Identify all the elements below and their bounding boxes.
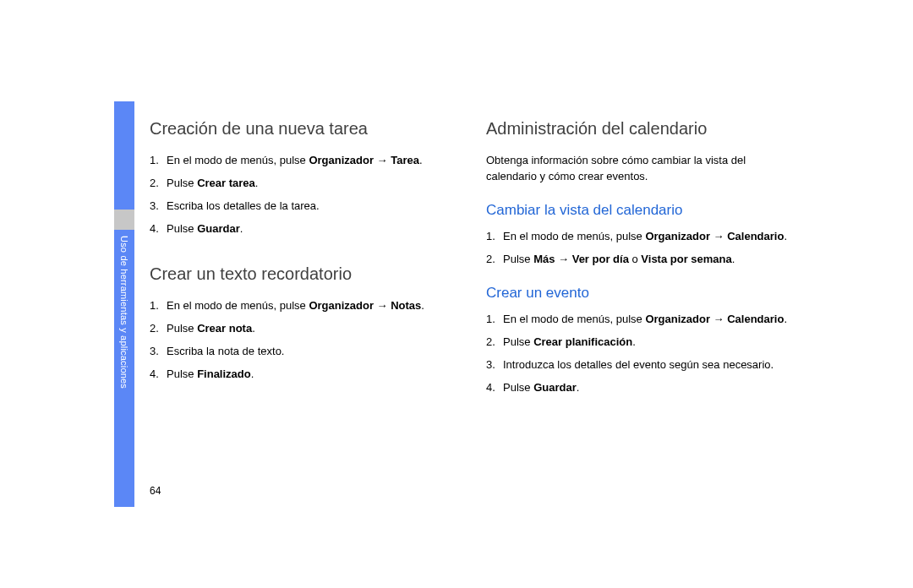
step-item: Escriba los detalles de la tarea. (150, 199, 462, 215)
step-bold: Vista por semana (641, 253, 731, 265)
step-text: . (419, 154, 423, 166)
step-bold: Crear tarea (197, 177, 255, 189)
content-columns: Creación de una nueva tarea En el modo d… (150, 118, 801, 403)
step-item: Pulse Guardar. (150, 221, 462, 237)
step-bold: Organizador (309, 154, 374, 166)
step-text: . (784, 313, 787, 325)
step-text: . (252, 322, 255, 335)
step-item: Pulse Finalizado. (150, 367, 462, 383)
step-text: Pulse (503, 335, 533, 348)
step-text: Escriba los detalles de la tarea. (167, 199, 320, 212)
step-text: En el modo de menús, pulse (503, 313, 645, 325)
steps-create-event: En el modo de menús, pulse Organizador →… (486, 312, 799, 395)
step-item: Pulse Más → Ver por día o Vista por sema… (486, 252, 799, 268)
step-bold: Organizador (309, 299, 374, 312)
subsection-title-change-view: Cambiar la vista del calendario (486, 202, 799, 219)
section-title-create-memo: Crear un texto recordatorio (150, 264, 462, 285)
step-bold: Calendario (727, 313, 784, 325)
step-text: → (374, 154, 391, 166)
step-item: En el modo de menús, pulse Organizador →… (150, 298, 462, 314)
step-text: → (710, 313, 727, 325)
step-bold: Ver por día (572, 253, 629, 265)
step-text: . (240, 222, 243, 235)
steps-create-memo: En el modo de menús, pulse Organizador →… (150, 298, 462, 382)
step-text: En el modo de menús, pulse (503, 230, 645, 242)
step-bold: Crear nota (197, 322, 252, 335)
step-text: . (577, 381, 580, 394)
step-item: Introduzca los detalles del evento según… (486, 357, 799, 373)
steps-create-task: En el modo de menús, pulse Organizador →… (150, 153, 462, 237)
step-bold: Organizador (645, 313, 710, 325)
side-tab-label: Uso de herramientas y aplicaciones (114, 236, 134, 489)
section-title-calendar-admin: Administración del calendario (486, 118, 799, 139)
step-text: . (732, 253, 735, 265)
step-bold: Tarea (391, 154, 419, 166)
step-text: Introduzca los detalles del evento según… (503, 358, 774, 371)
step-item: Escriba la nota de texto. (150, 344, 462, 360)
step-bold: Guardar (197, 222, 240, 235)
right-column: Administración del calendario Obtenga in… (486, 118, 799, 403)
step-text: . (255, 177, 259, 189)
step-text: → (374, 299, 391, 312)
section-title-create-task: Creación de una nueva tarea (150, 118, 462, 139)
step-bold: Más (533, 253, 555, 265)
page-number: 64 (150, 485, 161, 497)
step-item: Pulse Crear planificación. (486, 335, 799, 351)
step-text: En el modo de menús, pulse (167, 299, 309, 312)
step-text: Pulse (167, 177, 197, 189)
step-text: Escriba la nota de texto. (167, 345, 284, 357)
step-text: . (784, 230, 787, 242)
step-item: En el modo de menús, pulse Organizador →… (150, 153, 462, 169)
step-bold: Guardar (533, 381, 577, 394)
step-text: Pulse (503, 381, 533, 394)
calendar-admin-intro: Obtenga información sobre cómo cambiar l… (486, 153, 799, 185)
step-text: → (710, 230, 727, 242)
step-bold: Finalizado (197, 368, 251, 380)
step-text: . (251, 368, 254, 380)
step-item: En el modo de menús, pulse Organizador →… (486, 229, 799, 245)
step-item: Pulse Guardar. (486, 380, 799, 396)
step-text: . (421, 299, 424, 312)
manual-page: Uso de herramientas y aplicaciones Creac… (114, 101, 807, 515)
step-text: Pulse (167, 322, 197, 335)
step-item: En el modo de menús, pulse Organizador →… (486, 312, 799, 328)
steps-change-view: En el modo de menús, pulse Organizador →… (486, 229, 799, 268)
left-column: Creación de una nueva tarea En el modo d… (150, 118, 462, 403)
step-bold: Notas (391, 299, 421, 312)
step-text: → (555, 253, 571, 265)
step-item: Pulse Crear tarea. (150, 176, 462, 192)
step-text: . (632, 335, 636, 348)
subsection-title-create-event: Crear un evento (486, 285, 799, 302)
step-bold: Crear planificación (533, 335, 632, 348)
step-text: Pulse (503, 253, 533, 265)
side-tab-grey (114, 210, 134, 230)
step-text: o (629, 253, 641, 265)
step-text: En el modo de menús, pulse (167, 154, 309, 166)
step-text: Pulse (167, 222, 197, 235)
step-text: Pulse (167, 368, 197, 380)
step-item: Pulse Crear nota. (150, 321, 462, 337)
step-bold: Calendario (727, 230, 784, 242)
step-bold: Organizador (645, 230, 710, 242)
